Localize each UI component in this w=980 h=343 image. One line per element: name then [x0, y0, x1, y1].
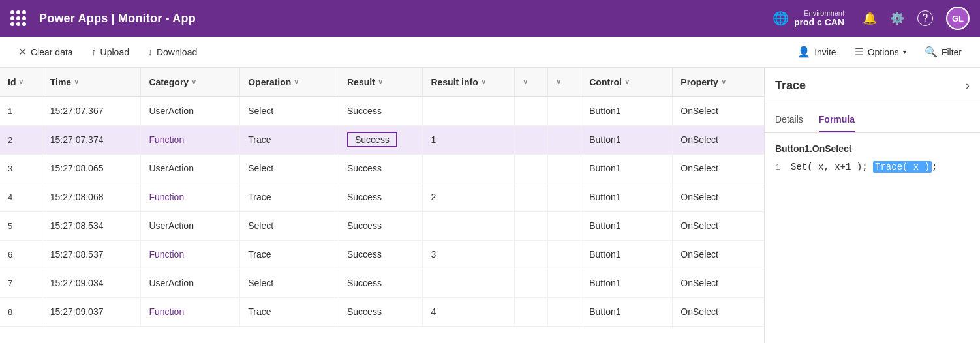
table-cell: Button1 — [581, 183, 673, 211]
table-cell: 1 — [423, 125, 514, 154]
table-cell: OnSelect — [673, 269, 764, 297]
table-cell: Trace — [240, 297, 339, 326]
table-row[interactable]: 815:27:09.037FunctionTraceSuccess4Button… — [0, 297, 764, 326]
col-extra2[interactable]: ∨ — [547, 68, 581, 97]
table-cell: 15:27:08.065 — [42, 154, 141, 183]
table-cell: 15:27:08.537 — [42, 240, 141, 269]
table-row[interactable]: 115:27:07.367UserActionSelectSuccessButt… — [0, 97, 764, 125]
table-cell: Function — [141, 125, 240, 154]
table-row[interactable]: 515:27:08.534UserActionSelectSuccessButt… — [0, 211, 764, 240]
table-cell: 15:27:08.534 — [42, 211, 141, 240]
environment-selector[interactable]: 🌐 Environment prod c CAN — [773, 9, 844, 27]
filter-button[interactable]: 🔍 Filter — [917, 42, 970, 62]
formula-line: 1 Set( x, x+1 ); Trace( x ); — [775, 162, 970, 172]
table-cell: Success — [339, 269, 423, 297]
sort-arrow-time: ∨ — [74, 78, 79, 86]
table-cell: Success — [339, 297, 423, 326]
user-avatar[interactable]: GL — [946, 7, 970, 30]
table-row[interactable]: 315:27:08.065UserActionSelectSuccessButt… — [0, 154, 764, 183]
table-cell: Success — [339, 183, 423, 211]
settings-icon[interactable]: ⚙️ — [890, 11, 904, 25]
table-cell: Button1 — [581, 211, 673, 240]
clear-icon: ✕ — [18, 46, 27, 58]
panel-title: Trace — [775, 79, 806, 93]
table-cell — [423, 97, 514, 125]
invite-button[interactable]: 👤 Invite — [789, 42, 844, 62]
upload-button[interactable]: ↑ Upload — [84, 42, 137, 62]
right-panel: Trace › Details Formula Button1.OnSelect… — [765, 68, 980, 343]
table-header-row: Id∨ Time∨ Category∨ Operation∨ Result∨ — [0, 68, 764, 97]
download-icon: ↓ — [147, 46, 153, 58]
table-cell — [514, 211, 547, 240]
table-cell — [547, 97, 581, 125]
table-cell: Button1 — [581, 297, 673, 326]
table-cell: 15:27:09.034 — [42, 269, 141, 297]
table-row[interactable]: 415:27:08.068FunctionTraceSuccess2Button… — [0, 183, 764, 211]
help-icon[interactable]: ? — [917, 10, 933, 26]
tab-formula[interactable]: Formula — [819, 114, 855, 132]
table-cell: 2 — [0, 125, 42, 154]
table-cell — [423, 269, 514, 297]
main-container: Id∨ Time∨ Category∨ Operation∨ Result∨ — [0, 68, 980, 343]
table-cell: OnSelect — [673, 97, 764, 125]
table-cell: 2 — [423, 183, 514, 211]
table-cell — [514, 183, 547, 211]
table-cell: 3 — [0, 154, 42, 183]
col-category[interactable]: Category∨ — [141, 68, 240, 97]
formula-label: Button1.OnSelect — [775, 143, 970, 154]
header-icons: 🔔 ⚙️ ? GL — [863, 7, 970, 30]
table-cell: Button1 — [581, 269, 673, 297]
table-cell: 7 — [0, 269, 42, 297]
globe-icon: 🌐 — [773, 10, 789, 26]
app-grid-icon[interactable] — [10, 10, 26, 26]
table-cell: UserAction — [141, 211, 240, 240]
filter-label: Filter — [942, 47, 962, 57]
table-cell — [547, 183, 581, 211]
panel-close-chevron[interactable]: › — [966, 79, 970, 93]
notification-icon[interactable]: 🔔 — [863, 11, 877, 25]
table-cell: Button1 — [581, 125, 673, 154]
col-id[interactable]: Id∨ — [0, 68, 42, 97]
col-control[interactable]: Control∨ — [581, 68, 673, 97]
clear-data-button[interactable]: ✕ Clear data — [10, 42, 81, 62]
env-label: Environment — [804, 9, 844, 17]
table-cell: 6 — [0, 240, 42, 269]
toolbar-right: 👤 Invite ☰ Options ▾ 🔍 Filter — [789, 42, 970, 62]
col-result-info[interactable]: Result info∨ — [423, 68, 514, 97]
table-cell — [514, 97, 547, 125]
table-row[interactable]: 715:27:09.034UserActionSelectSuccessButt… — [0, 269, 764, 297]
table-cell: OnSelect — [673, 183, 764, 211]
table-cell: Button1 — [581, 154, 673, 183]
table-cell: Success — [339, 97, 423, 125]
download-button[interactable]: ↓ Download — [140, 42, 205, 62]
toolbar: ✕ Clear data ↑ Upload ↓ Download 👤 Invit… — [0, 37, 980, 68]
col-operation[interactable]: Operation∨ — [240, 68, 339, 97]
table-cell — [547, 211, 581, 240]
table-cell: UserAction — [141, 97, 240, 125]
table-cell — [547, 269, 581, 297]
col-property[interactable]: Property∨ — [673, 68, 764, 97]
table-cell — [514, 269, 547, 297]
table-area: Id∨ Time∨ Category∨ Operation∨ Result∨ — [0, 68, 765, 343]
panel-content: Button1.OnSelect 1 Set( x, x+1 ); Trace(… — [765, 133, 980, 343]
table-cell — [423, 154, 514, 183]
tab-details[interactable]: Details — [775, 114, 803, 132]
table-cell: 4 — [423, 297, 514, 326]
col-extra1[interactable]: ∨ — [514, 68, 547, 97]
options-button[interactable]: ☰ Options ▾ — [847, 42, 914, 62]
person-icon: 👤 — [797, 46, 810, 58]
sort-arrow-result-info: ∨ — [481, 78, 486, 86]
sort-arrow-result: ∨ — [378, 78, 383, 86]
invite-label: Invite — [814, 47, 836, 57]
col-time[interactable]: Time∨ — [42, 68, 141, 97]
col-result[interactable]: Result∨ — [339, 68, 423, 97]
sort-arrow-operation: ∨ — [294, 78, 299, 86]
table-cell: Function — [141, 183, 240, 211]
sort-arrow-extra1: ∨ — [523, 78, 528, 86]
table-cell: OnSelect — [673, 154, 764, 183]
table-row[interactable]: 615:27:08.537FunctionTraceSuccess3Button… — [0, 240, 764, 269]
table-cell: Success — [339, 240, 423, 269]
table-row[interactable]: 215:27:07.374FunctionTraceSuccess1Button… — [0, 125, 764, 154]
table-cell: Success — [339, 211, 423, 240]
table-cell — [547, 297, 581, 326]
